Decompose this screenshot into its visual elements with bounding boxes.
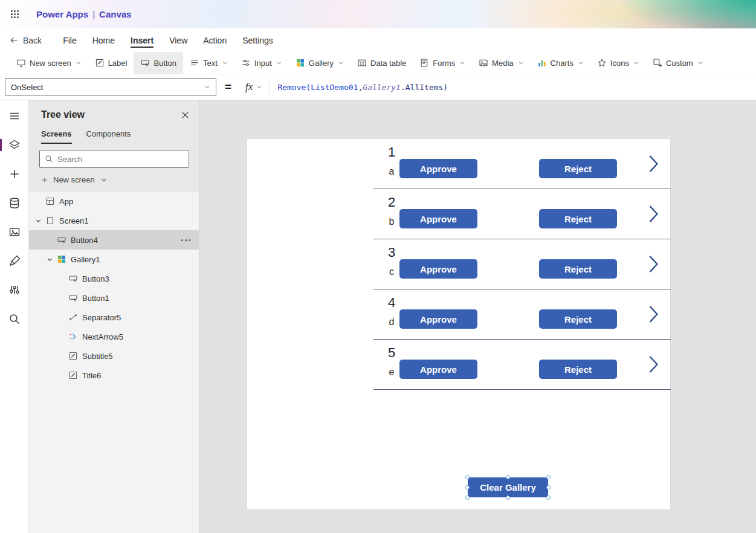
toolbar-item-media[interactable]: Media	[472, 52, 530, 74]
back-button[interactable]: Back	[10, 36, 42, 45]
toolbar-item-data-table[interactable]: Data table	[351, 52, 413, 74]
search-box[interactable]	[39, 150, 189, 168]
toolbar-item-charts[interactable]: Charts	[531, 52, 590, 74]
rail-insert-button[interactable]	[0, 160, 29, 189]
menu-item-view[interactable]: View	[161, 28, 195, 52]
gallery-row[interactable]: 5eApproveReject	[373, 340, 671, 390]
menu-icon	[8, 110, 21, 122]
selection-handle-e[interactable]	[546, 485, 551, 489]
caret-down-icon[interactable]	[47, 256, 57, 263]
rail-tree-view-button[interactable]	[0, 131, 29, 160]
selection-handle-s[interactable]	[506, 496, 510, 500]
toolbar-item-custom[interactable]: Custom	[646, 52, 710, 74]
toolbar-item-new-screen[interactable]: New screen	[10, 52, 88, 74]
toolbar-item-label: Data table	[370, 59, 406, 68]
rail-variables-button[interactable]	[0, 276, 29, 305]
next-arrow-icon[interactable]	[647, 204, 660, 224]
screen1-artboard[interactable]: 1aApproveReject2bApproveReject3cApproveR…	[247, 139, 670, 509]
app-launcher-button[interactable]	[0, 0, 29, 28]
gallery1: 1aApproveReject2bApproveReject3cApproveR…	[373, 139, 671, 390]
approve-button[interactable]: Approve	[399, 209, 477, 228]
approve-button[interactable]: Approve	[399, 259, 477, 279]
toolbar-item-icons[interactable]: Icons	[590, 52, 646, 74]
tree-item-separator5[interactable]: Separator5	[29, 308, 199, 327]
toolbar-item-button[interactable]: Button	[134, 52, 183, 74]
toolbar-item-text[interactable]: Text	[183, 52, 234, 74]
next-arrow-icon[interactable]	[647, 254, 660, 274]
close-icon[interactable]	[181, 111, 189, 119]
search-icon	[45, 155, 53, 163]
tree-item-nextarrow5[interactable]: NextArrow5	[29, 327, 199, 346]
tab-components[interactable]: Components	[86, 129, 131, 144]
approve-button[interactable]: Approve	[399, 360, 477, 379]
input-icon	[241, 58, 251, 68]
rail-media-button[interactable]	[0, 218, 29, 247]
reject-button[interactable]: Reject	[539, 309, 617, 329]
text-icon	[190, 58, 199, 68]
new-screen-icon	[16, 58, 26, 68]
rail-search-button[interactable]	[0, 305, 29, 334]
toolbar-item-input[interactable]: Input	[234, 52, 289, 74]
approve-button[interactable]: Approve	[399, 159, 477, 178]
gallery-row[interactable]: 1aApproveReject	[373, 139, 671, 189]
menu-item-file[interactable]: File	[55, 28, 85, 52]
rail-menu-button[interactable]	[0, 102, 29, 131]
search-input[interactable]	[57, 155, 184, 164]
rail-data-button[interactable]	[0, 189, 29, 218]
media-icon	[8, 226, 21, 238]
next-arrow-icon[interactable]	[647, 354, 660, 375]
toolbar-item-label: Icons	[610, 59, 629, 68]
more-options-icon[interactable]	[181, 239, 190, 241]
new-screen-button[interactable]: New screen	[29, 168, 199, 192]
tree-panel-titlebar: Tree view	[29, 109, 199, 120]
tree-item-subtitle5[interactable]: Subtitle5	[29, 346, 199, 366]
brand-power-apps[interactable]: Power Apps	[36, 9, 88, 19]
formula-input[interactable]: Remove(ListDemo01,Gallery1.AllItems)	[277, 83, 448, 92]
waffle-icon	[10, 9, 20, 19]
property-selector[interactable]: OnSelect	[5, 78, 216, 96]
toolbar-item-gallery[interactable]: Gallery	[289, 52, 351, 74]
selection-handle-ne[interactable]	[546, 475, 551, 479]
approve-button[interactable]: Approve	[399, 309, 477, 329]
variables-icon	[8, 284, 21, 296]
tree-item-app[interactable]: App	[29, 192, 199, 211]
selection-handle-se[interactable]	[546, 496, 551, 500]
selection-handle-sw[interactable]	[465, 496, 470, 500]
custom-icon	[653, 58, 662, 68]
menu-item-insert[interactable]: Insert	[123, 28, 161, 52]
tree-item-button4[interactable]: Button4	[29, 230, 199, 250]
chevron-down-icon	[633, 60, 639, 66]
gallery-row[interactable]: 2bApproveReject	[373, 189, 671, 239]
gallery-row[interactable]: 4dApproveReject	[373, 289, 671, 340]
toolbar-item-forms[interactable]: Forms	[413, 52, 472, 74]
selection-handle-nw[interactable]	[465, 475, 470, 479]
reject-button[interactable]: Reject	[539, 360, 617, 379]
tree-item-title6[interactable]: Title6	[29, 366, 199, 385]
reject-button[interactable]: Reject	[539, 159, 617, 178]
tree-item-screen1[interactable]: Screen1	[29, 211, 199, 230]
gallery-row[interactable]: 3cApproveReject	[373, 239, 671, 289]
menu-item-home[interactable]: Home	[85, 28, 123, 52]
next-arrow-icon[interactable]	[647, 304, 660, 325]
menu-item-action[interactable]: Action	[195, 28, 234, 52]
clear-gallery-button[interactable]: Clear Gallery	[468, 477, 548, 497]
selection-handle-n[interactable]	[506, 475, 510, 479]
row-title: 1	[373, 144, 410, 160]
menu-item-settings[interactable]: Settings	[234, 28, 281, 52]
tree-item-button1[interactable]: Button1	[29, 288, 199, 308]
reject-button[interactable]: Reject	[539, 259, 617, 279]
next-arrow-icon[interactable]	[647, 153, 660, 174]
toolbar-item-label[interactable]: Label	[88, 52, 134, 74]
power-apps-studio: Power Apps | Canvas Back FileHomeInsertV…	[0, 0, 756, 533]
toolbar-item-label: Text	[203, 59, 218, 68]
tree-item-button3[interactable]: Button3	[29, 269, 199, 288]
fx-dropdown[interactable]: fx	[238, 79, 270, 95]
selection-handle-w[interactable]	[465, 485, 470, 489]
tab-screens[interactable]: Screens	[41, 129, 72, 144]
tree-item-label: Separator5	[82, 313, 121, 322]
rail-advanced-tools-button[interactable]	[0, 247, 29, 276]
caret-down-icon[interactable]	[35, 218, 45, 224]
reject-button[interactable]: Reject	[539, 209, 617, 228]
tree-view-icon	[8, 139, 21, 151]
tree-item-gallery1[interactable]: Gallery1	[29, 250, 199, 269]
